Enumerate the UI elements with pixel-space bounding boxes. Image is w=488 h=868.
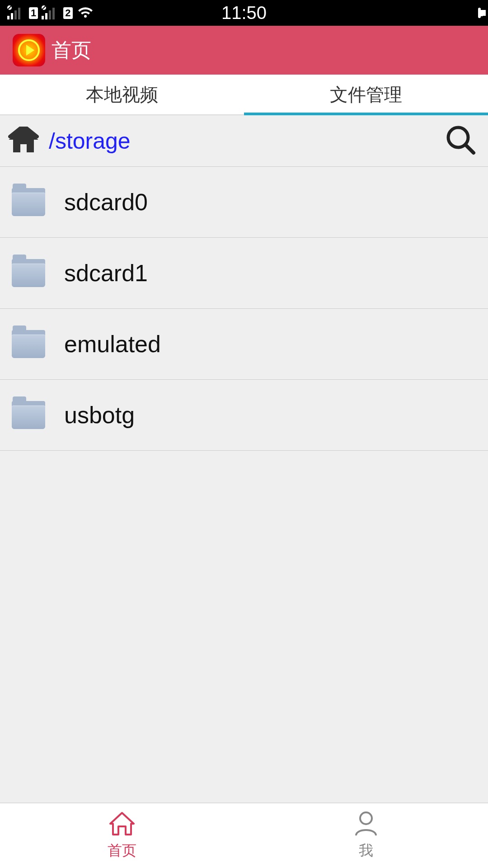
status-right [478,9,481,17]
folder-icon [12,259,45,287]
svg-point-14 [360,812,372,824]
list-item[interactable]: emulated [0,309,488,380]
svg-rect-6 [42,16,44,19]
folder-icon [12,188,45,216]
nav-home-label: 首页 [108,841,136,861]
app-bar: 首页 [0,26,488,75]
folder-icon [12,401,45,429]
svg-rect-2 [14,10,17,19]
file-name: sdcard0 [64,189,148,216]
home-button[interactable] [7,127,40,156]
signal-icon [7,5,25,21]
status-left: 1 2 [7,5,94,21]
home-icon [8,127,39,156]
nav-me[interactable]: 我 [244,803,488,868]
path-text[interactable]: /storage [49,128,443,154]
tab-file-manager[interactable]: 文件管理 [244,75,488,114]
list-item[interactable]: usbotg [0,380,488,451]
bottom-nav: 首页 我 [0,802,488,868]
status-bar: 1 2 11:50 [0,0,488,26]
file-name: usbotg [64,401,135,429]
folder-icon [12,330,45,358]
person-icon [353,811,379,839]
svg-rect-9 [52,8,55,19]
list-item[interactable]: sdcard1 [0,238,488,309]
play-logo-icon[interactable] [13,34,45,66]
nav-me-label: 我 [359,841,373,861]
svg-rect-8 [49,10,51,19]
tab-local-video[interactable]: 本地视频 [0,75,244,114]
status-time: 11:50 [221,3,267,23]
search-button[interactable] [443,125,479,157]
file-name: emulated [64,330,161,358]
wifi-icon [76,5,94,21]
file-list: sdcard0 sdcard1 emulated usbotg [0,167,488,451]
sim2-badge: 2 [63,7,72,19]
search-icon [446,125,476,157]
path-bar: /storage [0,115,488,167]
svg-rect-7 [45,13,47,19]
svg-rect-0 [7,16,9,19]
sim1-badge: 1 [29,7,38,19]
nav-home[interactable]: 首页 [0,803,244,868]
signal-icon [42,5,60,21]
list-item[interactable]: sdcard0 [0,167,488,238]
battery-icon [478,9,481,17]
svg-line-13 [465,145,474,153]
svg-rect-1 [11,13,13,19]
svg-rect-3 [18,8,20,19]
page-title: 首页 [52,37,91,64]
file-name: sdcard1 [64,259,148,287]
nav-home-icon [108,811,136,839]
tabs: 本地视频 文件管理 [0,75,488,115]
